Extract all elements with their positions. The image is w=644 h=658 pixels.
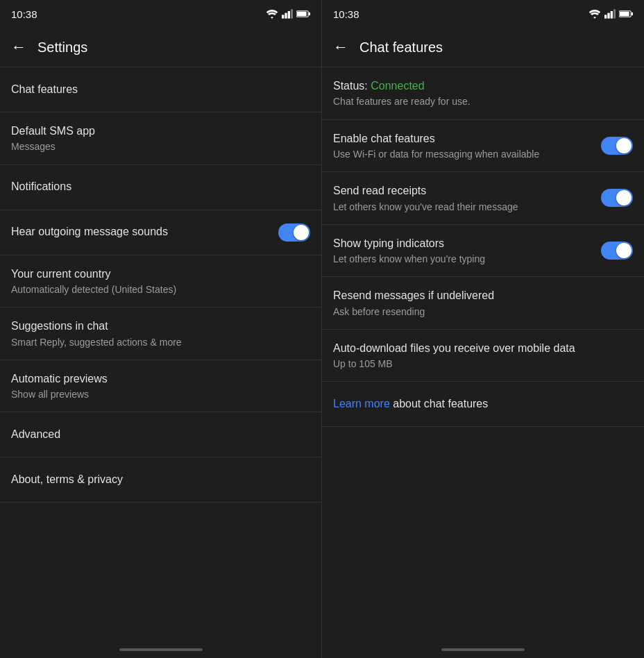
- wifi-icon: [266, 9, 278, 19]
- right-item-learn-more[interactable]: Learn more about chat features: [322, 382, 644, 426]
- country-title: Your current country: [11, 267, 310, 282]
- settings-item-about[interactable]: About, terms & privacy: [0, 457, 321, 502]
- left-time: 10:38: [11, 8, 37, 20]
- left-back-button[interactable]: ←: [11, 38, 26, 56]
- right-wifi-icon: [588, 9, 601, 19]
- left-app-bar-title: Settings: [37, 40, 87, 56]
- left-home-bar: [0, 641, 321, 658]
- right-item-read-receipts[interactable]: Send read receipts Let others know you'v…: [322, 172, 644, 224]
- left-status-bar: 10:38: [0, 0, 321, 28]
- settings-item-chat-features[interactable]: Chat features: [0, 67, 321, 112]
- typing-indicators-toggle[interactable]: [601, 242, 633, 260]
- svg-rect-0: [282, 15, 284, 18]
- auto-download-subtitle: Up to 105 MB: [333, 357, 633, 370]
- left-app-bar: ← Settings: [0, 28, 321, 67]
- right-back-button[interactable]: ←: [333, 38, 348, 56]
- auto-download-title: Auto-download files you receive over mob…: [333, 341, 633, 356]
- settings-item-suggestions[interactable]: Suggestions in chat Smart Reply, suggest…: [0, 307, 321, 360]
- left-panel: 10:38 ← Settings: [0, 0, 322, 658]
- typing-indicators-title: Show typing indicators: [333, 236, 601, 251]
- right-battery-icon: [619, 10, 633, 18]
- read-receipts-subtitle: Let others know you've read their messag…: [333, 201, 601, 213]
- learn-more-text: Learn more about chat features: [333, 396, 633, 412]
- svg-rect-2: [288, 11, 290, 19]
- svg-rect-10: [613, 9, 616, 18]
- svg-rect-7: [604, 15, 607, 18]
- read-receipts-title: Send read receipts: [333, 183, 601, 199]
- right-home-indicator: [441, 648, 525, 651]
- right-time: 10:38: [333, 8, 359, 20]
- left-settings-list: Chat features Default SMS app Messages N…: [0, 67, 321, 641]
- svg-rect-8: [607, 13, 609, 19]
- about-title: About, terms & privacy: [11, 472, 310, 487]
- outgoing-sounds-toggle[interactable]: [278, 223, 310, 242]
- learn-more-link[interactable]: Learn more: [333, 398, 390, 410]
- svg-rect-13: [632, 12, 633, 15]
- enable-chat-subtitle: Use Wi-Fi or data for messaging when ava…: [333, 148, 601, 160]
- right-item-auto-download[interactable]: Auto-download files you receive over mob…: [322, 330, 644, 382]
- settings-item-auto-previews[interactable]: Automatic previews Show all previews: [0, 360, 321, 412]
- settings-item-advanced[interactable]: Advanced: [0, 412, 321, 457]
- right-home-bar: [322, 641, 644, 658]
- settings-item-default-sms[interactable]: Default SMS app Messages: [0, 112, 321, 164]
- settings-item-outgoing-sounds[interactable]: Hear outgoing message sounds: [0, 210, 321, 255]
- right-status-icons: [588, 9, 633, 19]
- right-status-bar: 10:38: [322, 0, 644, 28]
- svg-rect-3: [291, 9, 293, 18]
- svg-rect-1: [285, 13, 287, 19]
- learn-more-suffix: about chat features: [390, 398, 488, 410]
- signal-icon: [282, 9, 293, 19]
- battery-icon: [296, 10, 310, 18]
- auto-previews-title: Automatic previews: [11, 371, 310, 387]
- notifications-title: Notifications: [11, 179, 310, 194]
- svg-rect-12: [620, 12, 629, 16]
- right-app-bar: ← Chat features: [322, 28, 644, 67]
- auto-previews-subtitle: Show all previews: [11, 388, 310, 400]
- right-signal-icon: [604, 9, 616, 19]
- settings-item-notifications[interactable]: Notifications: [0, 165, 321, 210]
- status-label: Status:: [333, 80, 371, 92]
- right-item-resend[interactable]: Resend messages if undelivered Ask befor…: [322, 277, 644, 329]
- status-description: Chat features are ready for use.: [333, 95, 633, 108]
- advanced-title: Advanced: [11, 427, 310, 442]
- read-receipts-toggle[interactable]: [601, 189, 633, 207]
- chat-features-title: Chat features: [11, 82, 310, 97]
- typing-indicators-subtitle: Let others know when you're typing: [333, 253, 601, 265]
- default-sms-subtitle: Messages: [11, 140, 310, 153]
- enable-chat-title: Enable chat features: [333, 131, 601, 146]
- right-panel: 10:38 ← Chat features St: [322, 0, 644, 658]
- div9: [0, 502, 321, 503]
- right-item-typing-indicators[interactable]: Show typing indicators Let others know w…: [322, 225, 644, 277]
- default-sms-title: Default SMS app: [11, 124, 310, 139]
- suggestions-title: Suggestions in chat: [11, 319, 310, 334]
- country-subtitle: Automatically detected (United States): [11, 283, 310, 296]
- right-status-row: Status: Connected Chat features are read…: [322, 67, 644, 119]
- right-spacer: [322, 427, 644, 641]
- outgoing-sounds-title: Hear outgoing message sounds: [11, 224, 278, 239]
- svg-rect-9: [611, 11, 613, 19]
- resend-subtitle: Ask before resending: [333, 305, 633, 318]
- suggestions-subtitle: Smart Reply, suggested actions & more: [11, 336, 310, 348]
- right-item-enable-chat[interactable]: Enable chat features Use Wi-Fi or data f…: [322, 120, 644, 172]
- svg-rect-5: [297, 12, 307, 16]
- status-row-title: Status: Connected: [333, 78, 633, 94]
- settings-item-country[interactable]: Your current country Automatically detec…: [0, 255, 321, 307]
- left-home-indicator: [119, 648, 203, 651]
- right-app-bar-title: Chat features: [359, 40, 443, 56]
- left-status-icons: [266, 9, 310, 19]
- status-connected-value: Connected: [371, 80, 424, 92]
- svg-rect-6: [309, 12, 310, 15]
- enable-chat-toggle[interactable]: [601, 137, 633, 155]
- resend-title: Resend messages if undelivered: [333, 288, 633, 303]
